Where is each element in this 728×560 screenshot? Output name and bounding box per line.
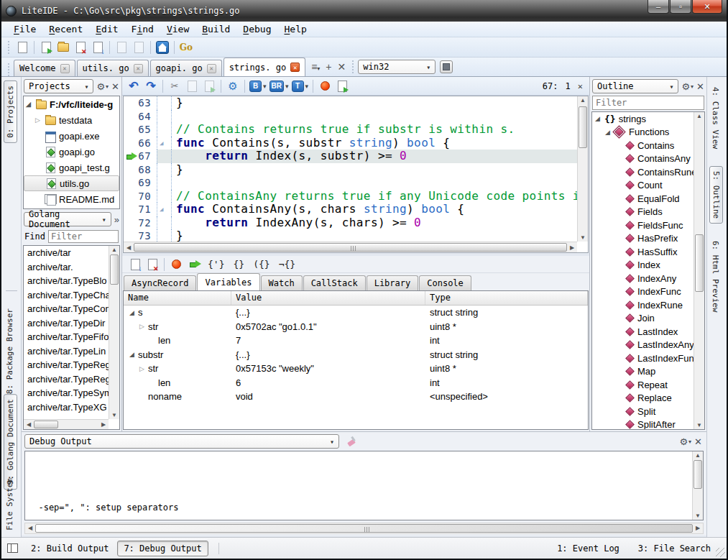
outline-function-item[interactable]: LastIndexAny: [592, 339, 694, 352]
outline-function-item[interactable]: IndexFunc: [592, 285, 694, 299]
debug-step-button[interactable]: ({}: [253, 259, 269, 270]
debug-step-button[interactable]: {}: [233, 259, 244, 270]
code-block-button[interactable]: T▾: [292, 81, 309, 92]
outline-close-icon[interactable]: ✕: [696, 81, 704, 92]
tree-expander-icon[interactable]: [26, 101, 35, 108]
column-header-name[interactable]: Name: [124, 291, 231, 305]
tree-item[interactable]: F:/vfc/liteide-g: [24, 96, 119, 112]
variable-expander-icon[interactable]: [129, 309, 138, 316]
menu-file[interactable]: File: [7, 22, 42, 36]
outline-function-item[interactable]: HasPrefix: [592, 232, 694, 246]
outline-function-item[interactable]: Split: [592, 405, 694, 418]
package-list-item[interactable]: archive/tar.TypeCha: [24, 288, 109, 303]
package-list-item[interactable]: archive/tar.TypeXG: [24, 400, 109, 415]
package-list-item[interactable]: archive/tar.TypeLin: [24, 344, 109, 359]
fold-marker-icon[interactable]: [157, 137, 171, 150]
debug-step-button[interactable]: {'}: [208, 259, 224, 270]
output-vscrollbar[interactable]: ▲ ▼: [692, 451, 703, 520]
package-filter-input[interactable]: [48, 230, 119, 243]
tree-item[interactable]: goapi_test.g: [24, 160, 119, 175]
code-line-67[interactable]: 67 return Index(s, substr) >= 0: [124, 150, 577, 163]
toolbar-grip[interactable]: [7, 41, 11, 54]
editor-hscrollbar[interactable]: ◀ ▶: [124, 242, 577, 252]
outline-function-item[interactable]: LastIndex: [592, 325, 694, 339]
tab-close-icon[interactable]: ✕: [60, 64, 70, 73]
close-button[interactable]: ✕: [692, 0, 722, 14]
code-line-65[interactable]: 65// Contains returns true if substr is …: [124, 123, 577, 137]
column-header-type[interactable]: Type: [425, 291, 588, 305]
close-editor-button[interactable]: ✕: [338, 61, 346, 73]
undo-button[interactable]: ↶: [126, 78, 142, 94]
dock-tab[interactable]: 8: Package Browser: [4, 304, 16, 398]
package-list-item[interactable]: archive/tar.TypeSym: [24, 386, 109, 400]
tree-expander-icon[interactable]: [35, 116, 45, 124]
panel-menu-gear-icon[interactable]: ⚙▾: [96, 81, 109, 92]
package-list-item[interactable]: archive/tar: [24, 246, 109, 260]
editor-tab[interactable]: goapi. go ✕: [150, 60, 222, 76]
code-editor[interactable]: 63}6465// Contains returns true if subst…: [123, 96, 589, 253]
package-list-vscrollbar[interactable]: ▲ ▼: [109, 246, 119, 419]
projects-selector[interactable]: Projects ▾: [24, 79, 93, 93]
package-list-item[interactable]: archive/tar.TypeBlo: [24, 274, 109, 288]
package-list-item[interactable]: archive/tar.TypeReg: [24, 372, 109, 387]
variable-row[interactable]: noname void <unspecified>: [124, 390, 588, 404]
tree-item[interactable]: README.md: [24, 191, 119, 207]
outline-function-item[interactable]: LastIndexFun: [592, 352, 694, 365]
package-list-item[interactable]: archive/tar.TypeCon: [24, 302, 109, 316]
package-list-item[interactable]: archive/tar.TypeDir: [24, 316, 109, 331]
outline-function-item[interactable]: FieldsFunc: [592, 219, 694, 232]
code-block-button[interactable]: BR▾: [269, 81, 289, 92]
menu-debug[interactable]: Debug: [236, 22, 277, 36]
debug-tab[interactable]: CallStack: [303, 275, 366, 290]
code-line-68[interactable]: 68}: [124, 163, 577, 177]
export-button[interactable]: [334, 78, 350, 94]
debug-continue-button[interactable]: [185, 257, 201, 272]
package-list-item[interactable]: archive/tar.: [24, 260, 109, 275]
dock-tab[interactable]: 6: Html Preview: [709, 237, 722, 316]
menu-edit[interactable]: Edit: [89, 22, 124, 36]
outline-function-item[interactable]: Map: [592, 365, 694, 379]
variable-row[interactable]: str 0x5702ac "go1.0.1" uint8 *: [124, 320, 588, 334]
package-list-item[interactable]: archive/tar.TypeFifo: [24, 330, 109, 344]
tab-close-icon[interactable]: ✕: [207, 64, 216, 73]
panel-close-icon[interactable]: ✕: [111, 81, 119, 92]
outline-function-item[interactable]: ContainsRune: [592, 165, 694, 179]
debug-tab[interactable]: Console: [419, 275, 471, 290]
statusbar-dock-button[interactable]: 3: File Search: [638, 543, 711, 554]
output-selector[interactable]: Debug Output ▾: [24, 434, 339, 449]
output-hscrollbar[interactable]: ◀ ▶: [24, 523, 704, 534]
variable-row[interactable]: s {...} struct string: [124, 306, 588, 320]
output-gear-icon[interactable]: ⚙▾: [679, 436, 691, 447]
tree-item[interactable]: goapi.go: [24, 144, 119, 160]
tab-close-icon[interactable]: ✕: [134, 64, 143, 73]
outline-function-item[interactable]: IndexAny: [592, 272, 694, 285]
save-all-button[interactable]: [90, 40, 106, 55]
statusbar-dock-button[interactable]: 7: Debug Output: [117, 541, 208, 556]
maximize-button[interactable]: ▫: [670, 0, 691, 14]
outline-function-item[interactable]: HasSuffix: [592, 245, 694, 259]
copy-button[interactable]: [184, 78, 200, 94]
outline-function-item[interactable]: Join: [592, 312, 694, 326]
minimize-button[interactable]: –: [648, 0, 669, 14]
column-header-value[interactable]: Value: [231, 291, 425, 305]
variable-row[interactable]: substr {...} struct string: [124, 348, 588, 362]
code-line-69[interactable]: 69: [124, 176, 577, 190]
tabbar-grip[interactable]: [7, 63, 11, 76]
debug-tab[interactable]: Watch: [261, 275, 303, 290]
tab-list-button[interactable]: ≡▾: [311, 61, 320, 73]
redo-button[interactable]: ↷: [143, 78, 159, 94]
save-file-button[interactable]: [73, 40, 88, 55]
open-file-button[interactable]: [38, 40, 54, 55]
menu-build[interactable]: Build: [195, 22, 236, 36]
variable-row[interactable]: str 0x57153c "weekly" uint8 *: [124, 362, 588, 376]
package-list-item[interactable]: archive/tar.TypeReg: [24, 358, 109, 372]
statusbar-dock-button[interactable]: 1: Event Log: [557, 543, 619, 554]
debug-tab[interactable]: Library: [367, 275, 419, 290]
outline-function-item[interactable]: Count: [592, 179, 694, 193]
outline-filter-input[interactable]: [592, 96, 704, 110]
open-folder-button[interactable]: [55, 40, 71, 55]
debug-tab[interactable]: Variables: [197, 273, 259, 290]
title-bar[interactable]: LiteIDE - C:\Go\src\pkg\strings\strings.…: [1, 0, 727, 22]
code-line-73[interactable]: 73}: [124, 229, 577, 242]
editor-vscrollbar[interactable]: ▲ ▼: [577, 96, 588, 242]
